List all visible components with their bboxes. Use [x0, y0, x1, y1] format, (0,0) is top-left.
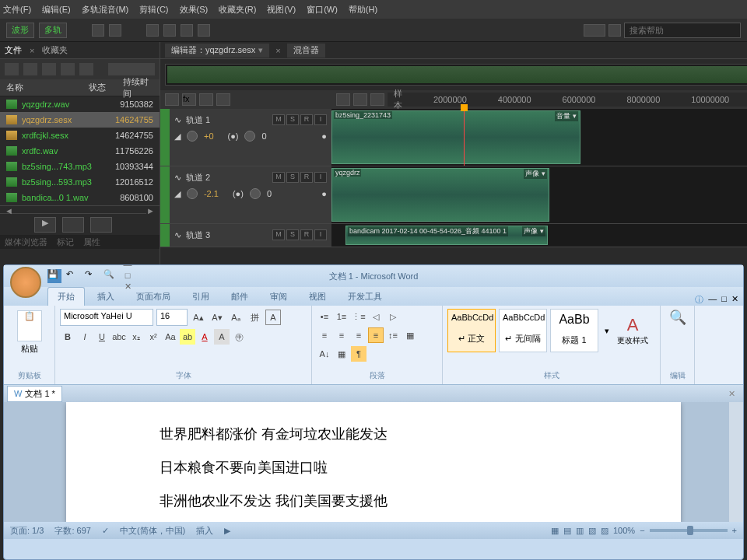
document-page[interactable]: 世界肥料都涨价 有金坷垃农业能发达 日本粮食不要向美国进口啦 非洲他农业不发达 … [66, 402, 681, 522]
menu-view[interactable]: 视图(V) [267, 4, 296, 16]
track-content[interactable]: bz5sing_2231743 音量 ▾ [331, 109, 747, 166]
tool-icon-2[interactable] [109, 24, 121, 37]
track-name[interactable]: 轨道 2 [186, 172, 210, 184]
track-S-button[interactable]: S [286, 114, 299, 125]
menu-effects[interactable]: 效果(S) [180, 4, 209, 16]
track-I-button[interactable]: I [314, 172, 327, 183]
mixer-tab[interactable]: 混音器 [287, 44, 325, 58]
file-row[interactable]: bz5sing...593.mp312016512 [0, 174, 160, 190]
pan-knob[interactable] [244, 131, 255, 142]
zoom-value[interactable]: 100% [613, 526, 635, 535]
view-read-icon[interactable]: ▤ [563, 526, 571, 536]
track-name[interactable]: 轨道 3 [186, 229, 210, 241]
view-outline-icon[interactable]: ▧ [588, 526, 596, 536]
track-eq-icon[interactable] [216, 93, 230, 106]
document-area[interactable]: 世界肥料都涨价 有金坷垃农业能发达 日本粮食不要向美国进口啦 非洲他农业不发达 … [4, 402, 743, 522]
file-row[interactable]: bz5sing...743.mp310393344 [0, 159, 160, 174]
slip-tool-icon[interactable] [181, 24, 193, 37]
underline-button[interactable]: U [94, 329, 110, 345]
style-heading1[interactable]: AaBb标题 1 [550, 309, 598, 352]
ribbon-tab-references[interactable]: 引用 [183, 288, 219, 306]
tool-icon-1[interactable] [92, 24, 104, 37]
track-M-button[interactable]: M [272, 229, 285, 240]
track-content[interactable]: bandicam 2017-02-14 00-45-54-026_音频 4410… [331, 224, 747, 247]
markers-tab[interactable]: 标记 [57, 236, 74, 248]
ribbon-tab-view[interactable]: 视图 [300, 288, 335, 306]
document-tab[interactable]: W文档 1 * [7, 386, 62, 402]
highlight-button[interactable]: ab [180, 329, 195, 345]
col-name[interactable]: 名称 [6, 82, 89, 93]
razor-tool-icon[interactable] [163, 24, 176, 37]
multitrack-mode-button[interactable]: 多轨 [39, 23, 67, 38]
loop-button[interactable] [62, 217, 84, 233]
doc-close-button[interactable]: ✕ [731, 294, 738, 306]
time-select-icon[interactable] [198, 24, 210, 37]
track-R-button[interactable]: R [300, 114, 313, 125]
superscript-button[interactable]: x² [146, 329, 161, 345]
view-draft-icon[interactable]: ▨ [601, 526, 608, 536]
doc-minimize-button[interactable]: — [708, 294, 717, 306]
indent-dec-button[interactable]: ◁ [368, 309, 384, 324]
ripple-icon[interactable] [353, 93, 367, 106]
waveform-mode-button[interactable]: 波形 [6, 23, 34, 38]
maximize-button[interactable]: □ [121, 271, 135, 282]
menu-multitrack[interactable]: 多轨混音(M) [82, 4, 129, 16]
track-inputs-icon[interactable] [165, 93, 179, 106]
move-tool-icon[interactable] [146, 24, 159, 37]
search-icon[interactable] [608, 24, 621, 37]
ribbon-tab-insert[interactable]: 插入 [88, 288, 124, 306]
show-marks-button[interactable]: ¶ [351, 346, 366, 362]
style-nospacing[interactable]: AaBbCcDd↵ 无间隔 [499, 309, 547, 352]
style-normal[interactable]: AaBbCcDd↵ 正文 [447, 309, 496, 352]
zoom-slider[interactable] [650, 529, 728, 532]
change-case-button[interactable]: Aa [163, 329, 178, 345]
record-icon[interactable] [61, 63, 75, 75]
shrink-font-icon[interactable]: A▾ [209, 310, 225, 325]
print-preview-icon[interactable]: 🔍 [103, 269, 117, 283]
italic-button[interactable]: I [77, 329, 93, 345]
filter-icon[interactable] [108, 63, 155, 75]
import-icon[interactable] [23, 63, 37, 75]
audio-clip[interactable]: yqzgdrz 声像 ▾ [331, 168, 549, 222]
zoom-in-button[interactable]: + [732, 526, 737, 535]
open-file-icon[interactable] [5, 63, 19, 75]
font-name-input[interactable]: Microsoft YaHei U [60, 309, 153, 326]
align-justify-button[interactable]: ≡ [368, 327, 384, 343]
menu-edit[interactable]: 编辑(E) [42, 4, 71, 16]
track-S-button[interactable]: S [286, 229, 299, 240]
sort-button[interactable]: A↓ [317, 346, 332, 362]
file-row[interactable]: xrdfcjkl.sesx14624755 [0, 128, 160, 143]
ribbon-tab-review[interactable]: 审阅 [261, 288, 296, 306]
font-color-button[interactable]: A [197, 329, 212, 345]
undo-icon[interactable]: ↶ [66, 269, 80, 283]
track-content[interactable]: yqzgdrz 声像 ▾ [331, 166, 747, 223]
phonetic-icon[interactable]: 拼 [247, 310, 262, 325]
editor-tab[interactable]: 编辑器：yqzgdrz.sesx▾ [165, 44, 269, 58]
vol-knob[interactable] [187, 131, 198, 142]
waveform-overview[interactable] [165, 64, 747, 86]
track-I-button[interactable]: I [314, 114, 327, 125]
audio-clip[interactable]: bz5sing_2231743 音量 ▾ [331, 110, 580, 164]
col-status[interactable]: 状态 [89, 82, 123, 93]
font-size-input[interactable]: 16 [156, 309, 188, 326]
properties-tab[interactable]: 属性 [83, 236, 100, 248]
borders-button[interactable]: ▦ [334, 346, 349, 362]
indent-inc-button[interactable]: ▷ [385, 309, 401, 324]
bullets-button[interactable]: •≡ [317, 309, 332, 324]
pan-knob[interactable] [250, 188, 261, 199]
audio-clip[interactable]: bandicam 2017-02-14 00-45-54-026_音频 4410… [345, 226, 548, 245]
char-shading-button[interactable]: A [214, 329, 230, 345]
file-row[interactable]: xrdfc.wav11756226 [0, 143, 160, 159]
bold-button[interactable]: B [60, 329, 75, 345]
vol-knob[interactable] [187, 188, 198, 199]
autoplay-button[interactable] [90, 217, 112, 233]
search-help-input[interactable] [624, 23, 741, 38]
redo-icon[interactable]: ↷ [85, 269, 99, 283]
subscript-button[interactable]: x₂ [128, 329, 144, 345]
line-spacing-button[interactable]: ↕≡ [385, 327, 401, 343]
status-mode[interactable]: 插入 [196, 525, 213, 537]
menu-favorites[interactable]: 收藏夹(R) [219, 4, 256, 16]
menu-help[interactable]: 帮助(H) [349, 4, 377, 16]
change-styles-button[interactable]: A [615, 315, 650, 335]
status-lang[interactable]: 中文(简体，中国) [120, 525, 185, 537]
